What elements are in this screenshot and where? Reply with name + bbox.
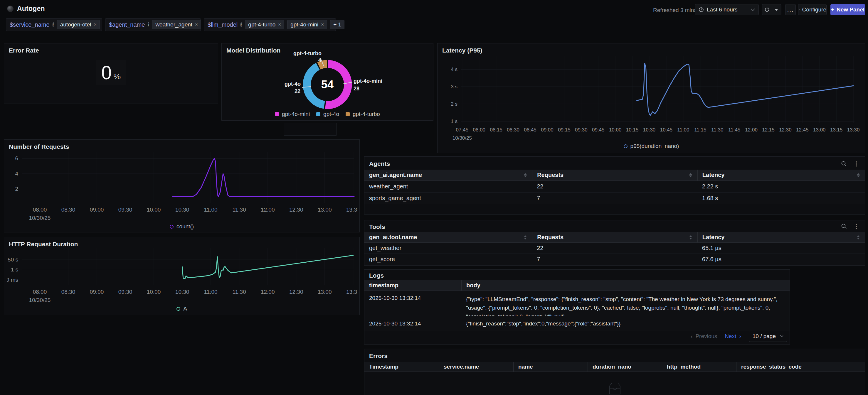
panel-title: Tools [369, 223, 385, 230]
column-header-timestamp[interactable]: Timestamp [364, 362, 439, 371]
legend-swatch[interactable] [346, 112, 350, 116]
svg-text:09:30: 09:30 [575, 127, 588, 133]
filter-agent-name[interactable]: $agent_name i weather_agent × [105, 18, 201, 31]
legend-label: count() [177, 223, 194, 230]
latency-line-chart[interactable]: 07:4510/30/2508:0008:1508:3008:4509:0009… [443, 52, 860, 149]
cell-requests: 22 [532, 183, 698, 190]
chart-legend[interactable]: p95(duration_nano) [437, 143, 865, 150]
column-header-latency[interactable]: Latency [698, 170, 865, 180]
legend-swatch[interactable] [275, 112, 279, 116]
filter-tag[interactable]: weather_agent × [152, 20, 201, 29]
panel-latency-p95: Latency (P95) 07:4510/30/2508:0008:1508:… [437, 43, 865, 153]
configure-button[interactable]: Configure [798, 4, 827, 15]
filter-tag[interactable]: gpt-4-turbo × [245, 20, 284, 29]
sort-icon[interactable] [857, 235, 860, 239]
table-row[interactable]: get_weather 22 65.1 µs [364, 243, 865, 254]
svg-text:08:30: 08:30 [61, 207, 75, 213]
empty-mini-panel [284, 123, 337, 136]
column-header-body[interactable]: body [461, 280, 789, 291]
cell-latency: 65.1 µs [698, 245, 865, 252]
cell-requests: 7 [532, 256, 698, 263]
legend-label: A [183, 305, 187, 312]
svg-text:09:30: 09:30 [118, 289, 132, 295]
log-row[interactable]: 2025-10-30 13:32:14 {"finish_reason":"st… [364, 316, 789, 331]
info-icon: i [53, 22, 54, 27]
time-range-select[interactable]: Last 6 hours [695, 4, 759, 15]
svg-text:11:30: 11:30 [711, 127, 723, 133]
legend-label[interactable]: gpt-4o [323, 111, 339, 118]
pagination-next-button[interactable]: Next › [725, 333, 741, 339]
table-row[interactable]: weather_agent 22 2.22 s [364, 181, 865, 193]
remove-tag-icon[interactable]: × [94, 22, 97, 28]
column-header-timestamp[interactable]: timestamp [364, 280, 461, 291]
http-duration-line-chart[interactable]: 08:0010/30/2508:3009:0009:3010:0010:3011… [7, 245, 357, 314]
refresh-button[interactable] [762, 4, 772, 15]
error-rate-value-group: 0 % [96, 60, 126, 85]
column-header-requests[interactable]: Requests [532, 232, 698, 242]
panel-model-distribution: Model Distribution gpt-4-turbo 4 gpt-4o-… [221, 43, 433, 121]
column-header-http-method[interactable]: http_method [662, 362, 736, 371]
table-row[interactable]: sports_game_agent 7 1.68 s [364, 193, 865, 204]
search-icon[interactable] [841, 223, 847, 229]
sort-icon[interactable] [857, 173, 860, 177]
chevron-left-icon: ‹ [691, 333, 692, 339]
pagination-previous-button[interactable]: ‹ Previous [691, 333, 717, 339]
new-panel-button[interactable]: + New Panel [830, 4, 865, 15]
dashboard-title-group: Autogen [7, 5, 45, 12]
column-header-tool-name[interactable]: gen_ai.tool.name [364, 232, 532, 242]
column-header-service-name[interactable]: service.name [439, 362, 513, 371]
panel-title: Logs [369, 272, 384, 279]
legend-ring-icon [170, 225, 174, 229]
refresh-interval-button[interactable] [772, 4, 781, 15]
svg-text:08:45: 08:45 [524, 127, 536, 133]
kebab-menu-icon[interactable]: ⋮ [853, 161, 859, 167]
filter-more-tags-badge[interactable]: + 1 [330, 20, 344, 29]
svg-text:08:30: 08:30 [507, 127, 520, 133]
panel-title: Agents [369, 160, 390, 167]
search-icon[interactable] [841, 161, 847, 167]
svg-text:08:00: 08:00 [33, 289, 47, 295]
sort-icon[interactable] [689, 173, 693, 177]
sort-icon[interactable] [524, 235, 527, 239]
legend-label[interactable]: gpt-4-turbo [353, 111, 380, 118]
column-header-duration-nano[interactable]: duration_nano [588, 362, 662, 371]
column-header-agent-name[interactable]: gen_ai.agent.name [364, 170, 532, 180]
kebab-menu-icon[interactable]: ⋮ [853, 223, 859, 229]
legend-ring-icon [624, 144, 627, 148]
requests-line-chart[interactable]: 08:0010/30/2508:3009:0009:3010:0010:3011… [7, 149, 357, 231]
filter-service-name[interactable]: $service_name i autogen-otel × [6, 18, 102, 31]
more-options-button[interactable]: ... [785, 4, 796, 15]
chart-legend[interactable]: count() [4, 223, 360, 230]
sort-icon[interactable] [689, 235, 693, 239]
page-title: Autogen [17, 5, 45, 12]
column-header-response-status-code[interactable]: response_status_code [736, 362, 865, 371]
svg-text:13:00: 13:00 [318, 289, 332, 295]
svg-text:6: 6 [15, 155, 18, 161]
filter-llm-model[interactable]: $llm_model i gpt-4-turbo × gpt-4o-mini ×… [204, 18, 336, 31]
legend-swatch[interactable] [316, 112, 320, 116]
refresh-control [762, 4, 781, 15]
remove-tag-icon[interactable]: × [195, 22, 198, 28]
column-header-latency[interactable]: Latency [698, 232, 865, 242]
svg-text:12:00: 12:00 [261, 207, 275, 213]
column-header-requests[interactable]: Requests [532, 170, 698, 180]
svg-text:09:00: 09:00 [90, 207, 104, 213]
svg-text:12:15: 12:15 [762, 127, 775, 133]
top-bar: Autogen Refreshed 3 mins ago Last 6 hour… [0, 0, 868, 17]
legend-label[interactable]: gpt-4o-mini [282, 111, 310, 118]
remove-tag-icon[interactable]: × [321, 22, 324, 28]
svg-text:08:00: 08:00 [33, 207, 47, 213]
wrench-icon [798, 7, 800, 12]
chart-legend[interactable]: A [4, 305, 360, 312]
table-row[interactable]: get_score 7 67.6 µs [364, 254, 865, 265]
remove-tag-icon[interactable]: × [278, 22, 281, 28]
svg-text:11:15: 11:15 [694, 127, 706, 133]
page-size-select[interactable]: 10 / page [749, 331, 787, 342]
column-header-name[interactable]: name [513, 362, 588, 371]
svg-text:12:45: 12:45 [796, 127, 809, 133]
svg-text:07:45: 07:45 [456, 127, 469, 133]
filter-tag[interactable]: gpt-4o-mini × [287, 20, 327, 29]
log-row[interactable]: 2025-10-30 13:32:14 {"type": "LLMStreamE… [364, 291, 789, 316]
sort-icon[interactable] [524, 173, 527, 177]
filter-tag[interactable]: autogen-otel × [57, 20, 100, 29]
